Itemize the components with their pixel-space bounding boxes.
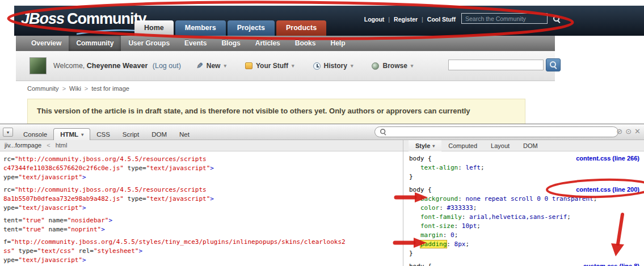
css-property[interactable]: margin: 0; bbox=[409, 231, 641, 240]
css-selector[interactable]: body { bbox=[409, 262, 432, 266]
options-icon[interactable]: ⊙ bbox=[625, 127, 632, 136]
firebug-tab-css[interactable]: CSS bbox=[90, 129, 116, 140]
avatar[interactable] bbox=[30, 57, 47, 74]
property-value: 8px bbox=[454, 240, 466, 248]
code-line[interactable]: ype="text/javascript"> bbox=[3, 204, 403, 213]
tab-label: Console bbox=[23, 131, 47, 138]
property-name: padding bbox=[420, 240, 447, 248]
code-line[interactable]: tent="true" name="nosidebar"> bbox=[3, 216, 403, 225]
code-segment: type= bbox=[124, 195, 146, 202]
subnav-item-overview[interactable]: Overview bbox=[24, 36, 69, 51]
tab-label: Script bbox=[123, 131, 139, 138]
style-tab-layout[interactable]: Layout bbox=[484, 140, 516, 151]
main-tab-products[interactable]: Products bbox=[276, 20, 326, 36]
code-line[interactable]: tent="true" name="noprint"> bbox=[3, 225, 403, 234]
code-segment: "nosidebar" bbox=[68, 217, 109, 224]
utility-link-cool-stuff[interactable]: Cool Stuff bbox=[427, 16, 456, 23]
firebug-menu-button[interactable]: ▾ bbox=[3, 128, 13, 137]
tab-label: DOM bbox=[523, 141, 538, 151]
highlighted-property-name: padding bbox=[420, 240, 447, 248]
utility-link-logout[interactable]: Logout bbox=[364, 16, 385, 23]
css-property[interactable]: font-size: 10pt; bbox=[409, 222, 641, 231]
css-file-link[interactable]: content.css (line 200) bbox=[576, 185, 641, 194]
selected-node[interactable]: jiv...formpage bbox=[5, 140, 41, 151]
subnav-item-help[interactable]: Help bbox=[323, 36, 352, 51]
code-segment: tent= bbox=[3, 217, 22, 224]
main-tab-home[interactable]: Home bbox=[134, 20, 174, 36]
css-property[interactable]: font-family: arial,helvetica,sans-serif; bbox=[409, 213, 641, 222]
subnav-item-events[interactable]: Events bbox=[177, 36, 214, 51]
subnav-item-articles[interactable]: Articles bbox=[248, 36, 288, 51]
property-colon: : bbox=[462, 213, 469, 221]
property-name: color bbox=[420, 204, 439, 212]
main-tab-projects[interactable]: Projects bbox=[228, 20, 275, 36]
code-line[interactable]: rc="http://community.jboss.org/4.5.5/res… bbox=[3, 185, 403, 195]
subnav-item-blogs[interactable]: Blogs bbox=[214, 36, 247, 51]
style-tab-computed[interactable]: Computed bbox=[441, 140, 484, 151]
parent-node[interactable]: html bbox=[56, 140, 68, 151]
firebug-tab-dom[interactable]: DOM bbox=[145, 129, 173, 140]
style-rules-panel: body {content.css (line 266)text-align: … bbox=[403, 151, 644, 266]
utility-link-register[interactable]: Register bbox=[394, 16, 418, 23]
menu-new[interactable]: New▾ bbox=[196, 61, 226, 70]
code-line[interactable]: ype="text/javascript"> bbox=[3, 256, 403, 265]
code-line[interactable]: f="http://community.jboss.org/4.5.5/styl… bbox=[3, 238, 403, 247]
code-segment: c47344fe11038c6576620c2f6c0e.js" bbox=[3, 164, 124, 172]
code-line[interactable]: c47344fe11038c6576620c2f6c0e.js" type="t… bbox=[3, 164, 403, 173]
subnav-item-community[interactable]: Community bbox=[69, 36, 121, 51]
property-value: 10pt bbox=[462, 222, 477, 230]
chevron-down-icon: ▾ bbox=[292, 63, 294, 69]
code-group: f="http://community.jboss.org/4.5.5/styl… bbox=[3, 238, 403, 266]
code-segment: type= bbox=[124, 164, 146, 172]
css-property[interactable]: padding: 8px; bbox=[409, 240, 641, 249]
subnav-item-user-groups[interactable]: User Groups bbox=[121, 36, 177, 51]
jboss-community-logo[interactable]: JBossCommunity bbox=[21, 10, 146, 28]
content-search-button[interactable] bbox=[546, 58, 561, 71]
style-tab-style[interactable]: Style▾ bbox=[409, 140, 441, 151]
breadcrumb-link-community[interactable]: Community bbox=[27, 85, 59, 92]
code-line[interactable]: ype="text/javascript"> bbox=[3, 173, 403, 182]
tab-label: Computed bbox=[448, 141, 477, 151]
header-search-input[interactable] bbox=[461, 13, 548, 24]
tab-label: HTML bbox=[60, 131, 78, 138]
search-icon[interactable] bbox=[553, 15, 561, 23]
breadcrumb-separator: < bbox=[47, 140, 50, 151]
firebug-tab-html[interactable]: HTML▾ bbox=[53, 128, 90, 140]
firebug-tab-console[interactable]: Console bbox=[17, 129, 53, 140]
css-file-link[interactable]: content.css (line 266) bbox=[576, 154, 641, 163]
logout-link[interactable]: (Log out) bbox=[153, 62, 181, 70]
menu-your-stuff[interactable]: Your Stuff▾ bbox=[245, 62, 294, 70]
close-icon[interactable]: ✕ bbox=[634, 127, 641, 136]
menu-history[interactable]: History▾ bbox=[313, 62, 353, 70]
firebug-window-icons: ⊘⊙✕ bbox=[616, 127, 641, 136]
css-property[interactable]: text-align: left; bbox=[409, 163, 641, 172]
code-line[interactable]: ss" type="text/css" rel="stylesheet"> bbox=[3, 247, 403, 256]
menu-label: History bbox=[324, 62, 347, 70]
subnav-item-books[interactable]: Books bbox=[288, 36, 323, 51]
logo-jboss-text: JBoss bbox=[21, 10, 64, 27]
content-search-input[interactable] bbox=[448, 60, 544, 70]
css-selector[interactable]: body { bbox=[409, 185, 432, 195]
firebug-tab-script[interactable]: Script bbox=[116, 129, 145, 140]
code-segment: "noprint" bbox=[68, 226, 102, 233]
code-segment: > bbox=[82, 256, 86, 264]
search-icon bbox=[380, 129, 386, 135]
css-file-link[interactable]: custom.css (line 8) bbox=[583, 261, 641, 266]
code-group: rc="http://community.jboss.org/4.5.5/res… bbox=[3, 185, 403, 213]
property-semicolon: ; bbox=[473, 204, 477, 212]
code-segment: "http://community.jboss.org/4.5.5/resour… bbox=[15, 155, 207, 163]
css-selector[interactable]: body { bbox=[409, 154, 432, 163]
panel-divider[interactable] bbox=[403, 140, 403, 266]
breadcrumb-link-wiki[interactable]: Wiki bbox=[69, 85, 81, 92]
breadcrumb-link-test-for-image[interactable]: test for image bbox=[91, 85, 129, 92]
code-line[interactable]: 8a1b5507b0dfeaa732e98ab9a482.js" type="t… bbox=[3, 195, 403, 204]
css-property[interactable]: background: none repeat scroll 0 0 trans… bbox=[409, 195, 641, 204]
menu-browse[interactable]: Browse▾ bbox=[372, 62, 413, 70]
code-line[interactable]: rc="http://community.jboss.org/4.5.5/res… bbox=[3, 155, 403, 164]
firebug-search-input[interactable] bbox=[390, 129, 613, 136]
main-tab-members[interactable]: Members bbox=[175, 20, 226, 36]
css-property[interactable]: color: #333333; bbox=[409, 204, 641, 213]
disable-icon[interactable]: ⊘ bbox=[616, 127, 622, 136]
firebug-tab-net[interactable]: Net bbox=[173, 129, 196, 140]
style-tab-dom[interactable]: DOM bbox=[516, 140, 545, 151]
